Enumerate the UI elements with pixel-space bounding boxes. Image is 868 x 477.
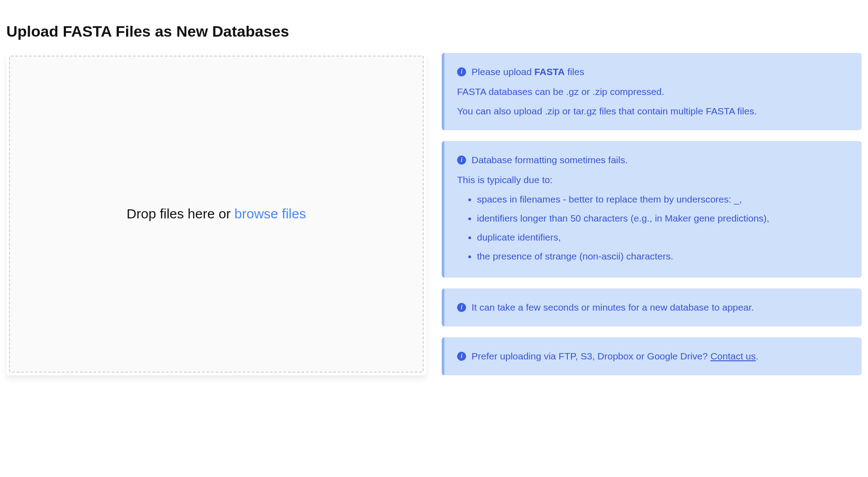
dropzone-container: Drop files here or browse files [6,53,426,375]
info-lead: Database formatting sometimes fails. [472,152,627,168]
info-head: i Please upload FASTA files [457,64,849,80]
contact-us-link[interactable]: Contact us [710,351,755,361]
info-panel: i Please upload FASTA files FASTA databa… [442,53,862,375]
info-box-delay: i It can take a few seconds or minutes f… [442,288,862,326]
upload-layout: Drop files here or browse files i Please… [6,53,862,375]
info-lead-prefix: Prefer uploading via FTP, S3, Dropbox or… [472,351,710,361]
info-box-fasta: i Please upload FASTA files FASTA databa… [442,53,862,130]
info-lead-bold: FASTA [534,66,565,77]
info-lead: Please upload FASTA files [472,64,584,80]
info-lead: It can take a few seconds or minutes for… [472,299,754,316]
info-head: i It can take a few seconds or minutes f… [457,299,849,316]
info-lead-suffix: . [756,351,759,361]
file-dropzone[interactable]: Drop files here or browse files [9,56,424,373]
dropzone-text: Drop files here or browse files [127,206,306,222]
info-lead: Prefer uploading via FTP, S3, Dropbox or… [472,348,759,364]
info-lead-prefix: Please upload [472,66,534,77]
page-title: Upload FASTA Files as New Databases [6,23,862,40]
info-icon: i [457,67,466,76]
info-lead-suffix: files [565,66,584,77]
list-item: identifiers longer than 50 characters (e… [477,210,849,227]
info-head: i Prefer uploading via FTP, S3, Dropbox … [457,348,849,364]
info-box-contact: i Prefer uploading via FTP, S3, Dropbox … [442,337,862,375]
info-line: You can also upload .zip or tar.gz files… [457,103,849,119]
info-subhead: This is typically due to: [457,172,849,188]
info-reasons-list: spaces in filenames - better to replace … [457,191,849,264]
list-item: the presence of strange (non-ascii) char… [477,248,849,264]
info-icon: i [457,352,466,361]
info-icon: i [457,303,466,312]
info-line: FASTA databases can be .gz or .zip compr… [457,84,849,100]
info-box-formatting: i Database formatting sometimes fails. T… [442,141,862,278]
dropzone-text-prefix: Drop files here or [127,206,234,221]
list-item: duplicate identifiers, [477,229,849,246]
list-item: spaces in filenames - better to replace … [477,191,849,208]
info-icon: i [457,156,466,165]
info-head: i Database formatting sometimes fails. [457,152,849,168]
browse-files-link[interactable]: browse files [235,206,306,221]
